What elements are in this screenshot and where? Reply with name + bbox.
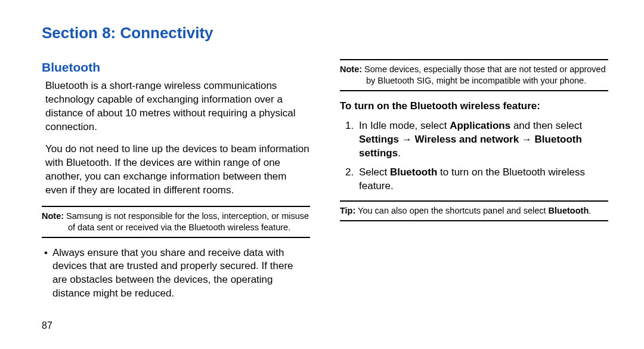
note-label: Note: [42,211,64,221]
note2-text-line2: by Bluetooth SIG, might be incompatible … [340,75,608,87]
step-2: Select Bluetooth to turn on the Bluetoot… [357,166,608,193]
note-label-2: Note: [340,64,362,74]
step1-part-c: and then select [510,120,582,131]
paragraph-intro-1: Bluetooth is a short-range wireless comm… [45,79,310,134]
manual-page: Section 8: Connectivity Bluetooth Blueto… [0,0,644,349]
step1-part-e: . [398,147,401,159]
bullet-secure: Always ensure that you share and receive… [42,246,310,301]
step2-bluetooth: Bluetooth [390,166,437,178]
tip-label: Tip: [340,206,355,215]
step1-applications: Applications [450,120,510,131]
section-title: Section 8: Connectivity [42,24,608,42]
step2-part-a: Select [359,166,390,178]
bluetooth-heading: Bluetooth [42,59,310,76]
note2-text-line1: Some devices, especially those that are … [364,64,606,74]
page-number: 87 [42,320,52,331]
tip-block: Tip: You can also open the shortcuts pan… [340,200,608,221]
turn-on-heading: To turn on the Bluetooth wireless featur… [340,100,608,113]
tip-bluetooth: Bluetooth [549,206,589,215]
note-text-line2: of data sent or received via the Bluetoo… [42,222,310,233]
paragraph-intro-2: You do not need to line up the devices t… [45,143,310,197]
steps-list: In Idle mode, select Applications and th… [340,119,608,194]
tip-text: You can also open the shortcuts panel an… [358,206,549,215]
content-columns: Bluetooth Bluetooth is a short-range wir… [42,59,608,316]
step1-path: Settings → Wireless and network → Blueto… [359,134,582,159]
step-1: In Idle mode, select Applications and th… [357,119,608,160]
note-text-line1: Samsung is not responsible for the loss,… [66,211,309,221]
note-samsung: Note: Samsung is not responsible for the… [42,206,310,238]
note-compat: Note: Some devices, especially those tha… [340,59,608,91]
step1-part-a: In Idle mode, select [359,120,450,131]
tip-end: . [589,206,591,215]
